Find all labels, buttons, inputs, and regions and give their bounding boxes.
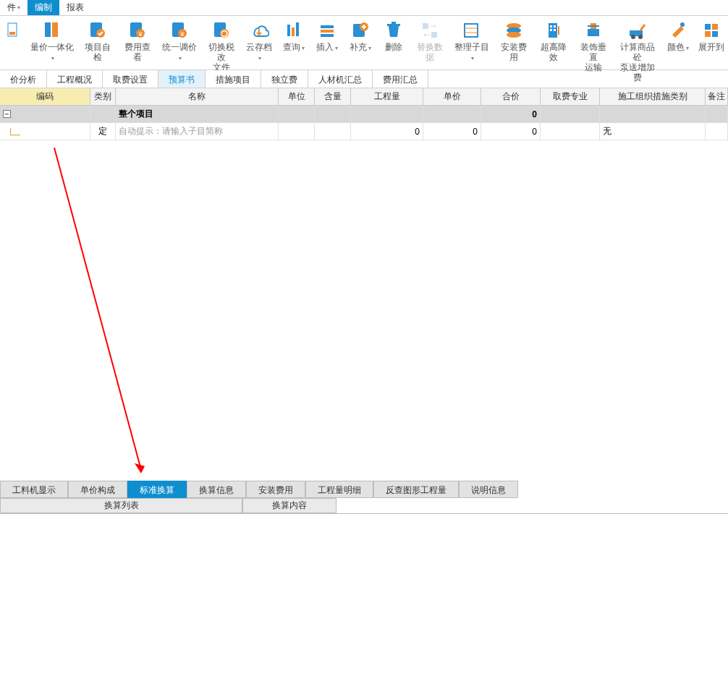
check-icon [88,20,108,41]
ribbon-chaogao[interactable]: 超高降效 [533,19,573,67]
ribbon-yuncun[interactable]: 云存档▾ [242,19,277,67]
ribbon-zhuangshi[interactable]: 装饰垂直 运输 [573,19,613,67]
bsub-content[interactable]: 换算内容 [242,498,337,513]
cell-unit-input[interactable] [279,123,315,140]
ribbon-feiyong[interactable]: ¥费用查看 [118,19,158,67]
col-total[interactable]: 合价 [481,88,541,105]
building-icon [543,20,564,41]
cell-price-input[interactable]: 0 [423,123,481,140]
svg-rect-44 [705,24,711,30]
pump-icon [627,20,648,41]
collapse-icon[interactable]: − [3,110,11,118]
replace-icon [420,20,440,41]
expand-icon [701,20,721,41]
col-note[interactable]: 备注 [706,88,728,105]
ribbon-tihuan[interactable]: 替换数据 [410,19,450,67]
btab-shuoming[interactable]: 说明信息 [459,481,518,498]
menu-edit[interactable]: 编制 [27,0,59,15]
ribbon-chaxun[interactable]: 查询▾ [277,19,310,67]
svg-rect-2 [45,22,51,37]
ribbon-zhengli[interactable]: 整理子目▾ [450,19,494,67]
bars-icon [284,20,304,41]
col-unit[interactable]: 单位 [279,88,315,105]
tree-branch-icon [10,128,20,135]
menu-report[interactable]: 报表 [59,0,91,15]
menubar: 件▾ 编制 报表 [0,0,728,16]
svg-point-31 [507,32,521,38]
svg-rect-47 [712,31,718,37]
subtab-cuoshi[interactable]: 措施项目 [206,70,261,88]
cell-note-input[interactable] [706,123,728,140]
subtab-qufei[interactable]: 取费设置 [103,70,158,88]
cell-qty-input[interactable] [315,123,351,140]
ribbon-zijian[interactable]: 项目自检 [78,19,118,67]
svg-rect-15 [292,28,295,36]
row-input[interactable]: 定 自动提示：请输入子目简称 0 0 0 无 [0,123,728,140]
cell-gcl-input[interactable]: 0 [351,123,423,140]
color-icon [668,20,688,41]
subtab-yusuan[interactable]: 预算书 [158,70,206,88]
ribbon-buchong[interactable]: 补充▾ [344,19,377,67]
cell-total-input[interactable]: 0 [481,123,541,140]
ribbon-anzhuang[interactable]: 安装费用 [494,19,533,67]
svg-rect-22 [387,24,400,26]
subtab-dulifei[interactable]: 独立费 [261,70,308,88]
col-gcl[interactable]: 工程量 [351,88,423,105]
svg-rect-34 [554,25,556,28]
insert-icon [317,20,337,41]
col-cat[interactable]: 施工组织措施类别 [600,88,706,105]
cloud-icon [249,20,269,41]
cell-cat-input[interactable]: 无 [600,123,706,140]
ribbon-tongyi[interactable]: ¥统一调价▾ [158,19,202,67]
svg-point-43 [680,22,685,27]
col-major[interactable]: 取费专业 [541,88,600,105]
subtab-gaikuang[interactable]: 工程概况 [47,70,103,88]
subtab-fyhz[interactable]: 费用汇总 [373,70,428,88]
add-icon [350,20,371,41]
ribbon-yanse[interactable]: 颜色▾ [661,19,695,67]
svg-rect-23 [391,22,396,24]
btab-fancha[interactable]: 反查图形工程量 [373,481,459,498]
ribbon-zhankai[interactable]: 展开到 [695,19,728,67]
svg-rect-37 [588,29,599,36]
svg-rect-33 [550,25,552,28]
btab-mingxi[interactable]: 工程量明细 [305,481,373,498]
svg-rect-26 [465,24,478,37]
col-qty[interactable]: 含量 [315,88,351,105]
svg-rect-45 [712,24,718,30]
ribbon-jisuan[interactable]: 计算商品砼 泵送增加费 [613,19,661,67]
ribbon-shuigai[interactable]: 切换税改 文件 [202,19,242,67]
fee-icon: ¥ [127,20,148,41]
col-price[interactable]: 单价 [423,88,481,105]
cell-code-proj[interactable]: − [0,106,90,122]
adjust-icon: ¥ [169,20,190,41]
cell-code-input[interactable] [0,123,90,140]
row-project[interactable]: − 整个项目 0 [0,106,728,123]
cell-type-input[interactable]: 定 [90,123,116,140]
svg-rect-36 [554,29,556,31]
cell-name-input[interactable]: 自动提示：请输入子目简称 [116,123,279,140]
col-code[interactable]: 编码 [0,88,90,105]
subtab-rencai[interactable]: 人材机汇总 [308,70,373,88]
ribbon-small-1[interactable] [0,19,25,67]
cell-major-input[interactable] [541,123,600,140]
menu-file[interactable]: 件▾ [0,0,27,15]
subtab-fenxi[interactable]: 价分析 [0,70,47,88]
svg-text:¥: ¥ [138,30,143,38]
ribbon: 量价一体化▾ 项目自检 ¥费用查看 ¥统一调价▾ 切换税改 文件 云存档▾ 查询… [0,16,728,70]
lift-icon [583,20,604,41]
btab-anzhuang[interactable]: 安装费用 [246,481,305,498]
ribbon-shanchu[interactable]: 删除 [377,19,410,67]
svg-rect-18 [321,30,334,33]
list-icon [462,20,482,41]
col-type[interactable]: 类别 [90,88,116,105]
svg-rect-17 [321,25,334,28]
svg-rect-3 [52,22,58,37]
ribbon-yihua[interactable]: 量价一体化▾ [25,19,78,67]
svg-rect-35 [550,29,552,31]
col-name[interactable]: 名称 [116,88,279,105]
yihua-icon [42,20,62,41]
svg-rect-1 [9,32,15,35]
ribbon-charu[interactable]: 插入▾ [310,19,344,67]
grid-header: 编码 类别 名称 单位 含量 工程量 单价 合价 取费专业 施工组织措施类别 备… [0,88,728,106]
